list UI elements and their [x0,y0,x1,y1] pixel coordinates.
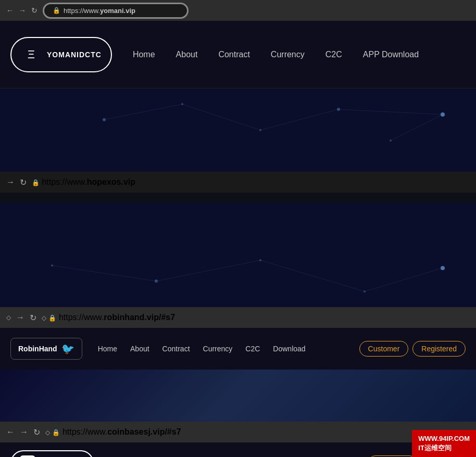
network-bg-4 [0,0,476,457]
watermark: WWW.94IP.COM IT运维空间 [412,430,476,457]
watermark-line2: IT运维空间 [418,443,470,453]
svg-rect-28 [0,208,476,249]
watermark-line1: WWW.94IP.COM [418,434,470,443]
section-coinbasesj: ← → ↻ ◇ 🔒 https://www.coinbasesj.vip/#s7… [0,422,476,457]
